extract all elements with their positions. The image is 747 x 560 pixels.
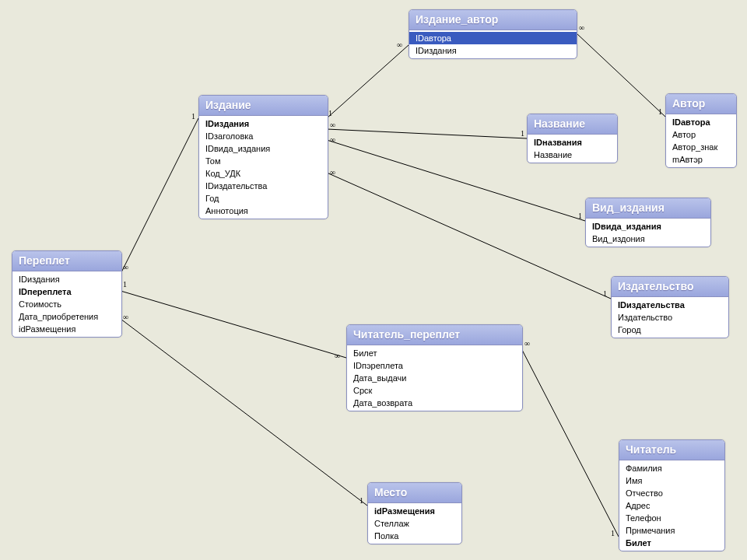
table-field[interactable]: Том	[199, 155, 328, 167]
table-title[interactable]: Вид_издания	[586, 198, 710, 219]
table-avtor[interactable]: АвторIDавтораАвторАвтор_знакmАвтэр	[665, 93, 737, 168]
cardinality-label: 1	[603, 289, 607, 298]
cardinality-label: ∞	[123, 263, 128, 271]
table-title[interactable]: Читатель_переплет	[347, 325, 522, 345]
table-field[interactable]: idРазмещения	[12, 323, 121, 335]
svg-line-7	[121, 319, 367, 506]
table-field[interactable]: Билет	[619, 537, 724, 549]
table-field[interactable]: Билет	[347, 347, 522, 359]
table-field[interactable]: Отчество	[619, 487, 724, 499]
table-field[interactable]: Аннотоция	[199, 205, 328, 217]
table-title[interactable]: Автор	[666, 94, 736, 114]
table-fields: IDизданияIDзаголовкаIDвида_изданияТомКод…	[199, 116, 328, 219]
cardinality-label: 1	[578, 212, 582, 220]
table-fields: БилетIDпэреплетаДата_выдачиСрскДата_возв…	[347, 345, 522, 411]
table-title[interactable]: Читатель	[619, 440, 724, 460]
table-vid_izdaniya[interactable]: Вид_изданияIDвида_изданияВид_издония	[585, 198, 711, 247]
table-field[interactable]: Фамилия	[619, 462, 724, 474]
table-fields: IDвида_изданияВид_издония	[586, 219, 710, 247]
svg-line-4	[327, 173, 611, 299]
cardinality-label: 1	[328, 109, 332, 117]
table-field[interactable]: IDиздания	[199, 117, 328, 130]
table-fields: idРазмещенияСтеллажПолка	[368, 503, 461, 544]
table-title[interactable]: Издание_автор	[409, 10, 577, 30]
table-fields: IDавтораIDиздания	[409, 30, 577, 58]
table-fields: IDизданияIDпереплетаСтоимостьДата_приобр…	[12, 271, 121, 337]
table-fields: IDавтораАвторАвтор_знакmАвтэр	[666, 114, 736, 167]
table-field[interactable]: IDиздательства	[612, 299, 728, 311]
table-field[interactable]: Имя	[619, 474, 724, 487]
table-izdanie[interactable]: ИзданиеIDизданияIDзаголовкаIDвида_издани…	[198, 95, 328, 219]
table-field[interactable]: IDзаголовка	[199, 130, 328, 142]
cardinality-label: ∞	[330, 121, 335, 129]
table-field[interactable]: idРазмещения	[368, 505, 461, 517]
table-field[interactable]: Дата_выдачи	[347, 372, 522, 384]
table-field[interactable]: Год	[199, 192, 328, 205]
table-field[interactable]: Код_УДК	[199, 167, 328, 180]
cardinality-label: 1	[658, 107, 662, 116]
table-field[interactable]: Телефон	[619, 512, 724, 524]
table-fields: IDназванияНазвание	[528, 135, 617, 163]
table-field[interactable]: IDиздания	[409, 44, 577, 57]
table-field[interactable]: IDиздательства	[199, 180, 328, 192]
cardinality-label: 1	[191, 112, 195, 121]
cardinality-label: ∞	[330, 135, 335, 144]
cardinality-label: ∞	[330, 168, 335, 177]
table-field[interactable]: Название	[528, 149, 617, 161]
cardinality-label: 1	[611, 529, 615, 537]
table-mesto[interactable]: МестоidРазмещенияСтеллажПолка	[367, 482, 462, 544]
svg-line-1	[327, 45, 409, 118]
table-title[interactable]: Издание	[199, 96, 328, 116]
svg-line-2	[327, 129, 527, 138]
table-field[interactable]: Город	[612, 324, 728, 336]
table-field[interactable]: Полка	[368, 530, 461, 542]
svg-line-8	[521, 348, 619, 537]
svg-line-5	[576, 33, 665, 117]
cardinality-label: ∞	[397, 40, 402, 49]
table-field[interactable]: Дата_возврата	[347, 397, 522, 409]
table-field[interactable]: Стоимость	[12, 298, 121, 310]
cardinality-label: ∞	[335, 352, 340, 360]
table-title[interactable]: Переплет	[12, 251, 121, 271]
table-title[interactable]: Название	[528, 114, 617, 135]
cardinality-label: ∞	[123, 313, 128, 321]
table-fields: ФамилияИмяОтчествоАдресТелефонПрнмечания…	[619, 460, 724, 551]
table-field[interactable]: IDпэреплета	[347, 359, 522, 372]
table-fields: IDиздательстваИздательствоГород	[612, 297, 728, 338]
cardinality-label: 1	[359, 496, 363, 505]
table-field[interactable]: Стеллаж	[368, 517, 461, 530]
table-field[interactable]: Автор_знак	[666, 141, 736, 153]
table-field[interactable]: Вид_издония	[586, 233, 710, 245]
svg-line-0	[121, 118, 198, 274]
cardinality-label: 1	[521, 129, 524, 138]
table-field[interactable]: IDвида_издания	[586, 220, 710, 233]
table-izdanie_avtor[interactable]: Издание_авторIDавтораIDиздания	[409, 9, 577, 59]
svg-line-6	[121, 291, 346, 358]
table-field[interactable]: IDавтора	[666, 116, 736, 128]
table-title[interactable]: Издательство	[612, 277, 728, 297]
table-field[interactable]: IDпереплета	[12, 285, 121, 298]
cardinality-label: 1	[123, 280, 127, 289]
table-field[interactable]: Дата_приобретения	[12, 310, 121, 323]
table-field[interactable]: Автор	[666, 128, 736, 141]
table-field[interactable]: IDназвания	[528, 136, 617, 149]
table-field[interactable]: IDиздания	[12, 273, 121, 285]
table-chitatel_pereplet[interactable]: Читатель_переплетБилетIDпэреплетаДата_вы…	[346, 324, 523, 411]
table-field[interactable]: Прнмечания	[619, 524, 724, 537]
table-nazvanie[interactable]: НазваниеIDназванияНазвание	[527, 114, 618, 163]
table-field[interactable]: Срск	[347, 384, 522, 397]
table-field[interactable]: IDвида_издания	[199, 142, 328, 155]
table-pereplet[interactable]: ПереплетIDизданияIDпереплетаСтоимостьДат…	[12, 250, 122, 338]
table-field[interactable]: mАвтэр	[666, 153, 736, 166]
cardinality-label: ∞	[579, 23, 584, 32]
table-izdatelstvo[interactable]: ИздательствоIDиздательстваИздательствоГо…	[611, 276, 729, 338]
table-field[interactable]: Адрес	[619, 499, 724, 512]
table-title[interactable]: Место	[368, 483, 461, 503]
cardinality-label: ∞	[524, 339, 530, 348]
table-field[interactable]: Издательство	[612, 311, 728, 324]
table-field[interactable]: IDавтора	[409, 32, 577, 44]
table-chitatel[interactable]: ЧитательФамилияИмяОтчествоАдресТелефонПр…	[619, 439, 725, 551]
